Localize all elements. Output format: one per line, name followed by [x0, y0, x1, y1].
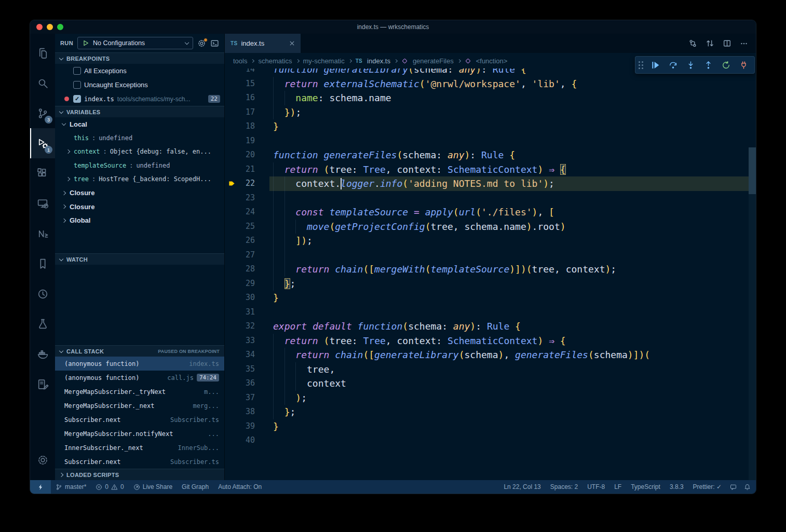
code-text[interactable]: return (tree: Tree, context: SchematicCo…: [269, 162, 749, 177]
close-window-button[interactable]: [36, 24, 43, 30]
close-tab-icon[interactable]: [289, 40, 295, 46]
code-text[interactable]: return externalSchematic('@nrwl/workspac…: [269, 77, 749, 91]
activity-item-docker[interactable]: [30, 339, 55, 369]
code-text[interactable]: const templateSource = apply(url('./file…: [269, 205, 749, 220]
zoom-window-button[interactable]: [57, 24, 63, 30]
code-line[interactable]: 21 return (tree: Tree, context: Schemati…: [225, 162, 749, 177]
gutter-glyph-margin[interactable]: [225, 220, 238, 234]
call-stack-frame[interactable]: MergeMapSubscriber._tryNextm...: [55, 385, 224, 399]
breadcrumb-item-1[interactable]: tools: [233, 57, 247, 65]
code-text[interactable]: });: [269, 105, 749, 120]
breakpoint-item[interactable]: Uncaught Exceptions: [55, 78, 224, 92]
call-stack-section-header[interactable]: CALL STACK PAUSED ON BREAKPOINT: [55, 345, 224, 357]
gutter-glyph-margin[interactable]: [225, 69, 238, 77]
code-text[interactable]: [269, 305, 749, 320]
variable-scope[interactable]: Closure: [55, 186, 224, 200]
code-text[interactable]: move(getProjectConfig(tree, schema.name)…: [269, 220, 749, 234]
code-text[interactable]: [269, 433, 749, 448]
activity-item-bookmarks[interactable]: [30, 249, 55, 279]
call-stack-frame[interactable]: MergeMapSubscriber.notifyNext...: [55, 427, 224, 441]
cursor-position-status[interactable]: Ln 22, Col 13: [499, 480, 545, 494]
code-text[interactable]: ]);: [269, 234, 749, 248]
code-line[interactable]: 28 return chain([mergeWith(templateSourc…: [225, 262, 749, 277]
code-text[interactable]: name: schema.name: [269, 91, 749, 105]
gutter-glyph-margin[interactable]: [225, 277, 238, 291]
step-over-button[interactable]: [664, 57, 682, 73]
gutter-glyph-margin[interactable]: [225, 376, 238, 391]
code-text[interactable]: }: [269, 419, 749, 434]
step-out-button[interactable]: [699, 57, 717, 73]
toolbar-drag-handle[interactable]: [639, 61, 643, 69]
code-line[interactable]: 36 context: [225, 376, 749, 391]
code-line[interactable]: 20function generateFiles(schema: any): R…: [225, 148, 749, 162]
activity-item-nx-console[interactable]: [30, 219, 55, 249]
gutter-glyph-margin[interactable]: [225, 134, 238, 148]
tab-index-ts[interactable]: TS index.ts: [225, 34, 301, 53]
git-graph-status[interactable]: Git Graph: [177, 480, 213, 494]
activity-item-notebook-edit[interactable]: [30, 369, 55, 399]
code-text[interactable]: export default function(schema: any): Ru…: [269, 319, 749, 334]
start-debug-icon[interactable]: [82, 39, 89, 47]
more-actions-icon[interactable]: [740, 39, 748, 48]
checkbox[interactable]: ✓: [73, 95, 81, 103]
code-line[interactable]: 33 return (tree: Tree, context: Schemati…: [225, 334, 749, 348]
call-stack-frame[interactable]: (anonymous function)call.js74:24: [55, 371, 224, 385]
activity-item-explorer[interactable]: [30, 38, 55, 68]
title-bar[interactable]: index.ts — wrkschematics: [30, 20, 756, 34]
variable-scope[interactable]: Local: [55, 117, 224, 131]
code-text[interactable]: return (tree: Tree, context: SchematicCo…: [269, 334, 749, 348]
code-text[interactable]: tree,: [269, 362, 749, 377]
variable-item[interactable]: tree: HostTree {_backend: ScopedH...: [55, 172, 224, 186]
activity-item-test-beaker[interactable]: [30, 309, 55, 339]
code-line[interactable]: 26 ]);: [225, 234, 749, 248]
activity-item-remote-explorer[interactable]: [30, 188, 55, 219]
watch-section-header[interactable]: WATCH: [55, 253, 224, 265]
breakpoint-item[interactable]: All Exceptions: [55, 64, 224, 78]
gutter-glyph-margin[interactable]: [225, 291, 238, 305]
breadcrumb-item-6[interactable]: <function>: [465, 57, 508, 65]
gutter-glyph-margin[interactable]: [225, 362, 238, 377]
variable-item[interactable]: templateSource: undefined: [55, 159, 224, 173]
code-line[interactable]: 27: [225, 248, 749, 263]
call-stack-frame[interactable]: (anonymous function)index.ts: [55, 357, 224, 371]
call-stack-frame[interactable]: InnerSubscriber._nextInnerSub...: [55, 441, 224, 455]
code-line[interactable]: 25 move(getProjectConfig(tree, schema.na…: [225, 220, 749, 234]
gutter-glyph-margin[interactable]: [225, 419, 238, 434]
code-text[interactable]: function generateFiles(schema: any): Rul…: [269, 148, 749, 162]
code-line[interactable]: 19: [225, 134, 749, 148]
gutter-glyph-margin[interactable]: [225, 234, 238, 248]
variable-scope[interactable]: Global: [55, 214, 224, 228]
breakpoints-section-header[interactable]: BREAKPOINTS: [55, 52, 224, 64]
code-line[interactable]: 15 return externalSchematic('@nrwl/works…: [225, 77, 749, 91]
code-text[interactable]: context.logger.info('adding NOTES.md to …: [269, 176, 749, 191]
code-line[interactable]: 18}: [225, 119, 749, 134]
debug-settings-gear-icon[interactable]: [197, 39, 206, 48]
code-text[interactable]: context: [269, 376, 749, 391]
call-stack-frame[interactable]: Subscriber.nextSubscriber.ts: [55, 413, 224, 427]
activity-item-clock[interactable]: [30, 279, 55, 309]
editor-scrollbar[interactable]: [749, 69, 756, 480]
prettier-status[interactable]: Prettier: ✓: [688, 480, 726, 494]
code-line[interactable]: 22 context.logger.info('adding NOTES.md …: [225, 176, 749, 191]
code-line[interactable]: 24 const templateSource = apply(url('./f…: [225, 205, 749, 220]
activity-item-source-control[interactable]: 3: [30, 98, 55, 128]
gutter-glyph-margin[interactable]: [225, 105, 238, 120]
gutter-glyph-margin[interactable]: [225, 433, 238, 448]
gutter-glyph-margin[interactable]: [225, 334, 238, 348]
toggle-order-icon[interactable]: [706, 39, 714, 48]
checkbox[interactable]: [73, 67, 81, 75]
code-editor[interactable]: 14function generateLibrary(schema: any):…: [225, 69, 756, 480]
gutter-glyph-margin[interactable]: [225, 119, 238, 134]
gutter-glyph-margin[interactable]: [225, 319, 238, 334]
call-stack-frame[interactable]: MergeMapSubscriber._nextmerg...: [55, 399, 224, 413]
gutter-glyph-margin[interactable]: [225, 205, 238, 220]
code-line[interactable]: 29 };: [225, 277, 749, 291]
feedback-button[interactable]: [726, 480, 740, 494]
code-text[interactable]: };: [269, 405, 749, 419]
ts-version-status[interactable]: 3.8.3: [665, 480, 688, 494]
code-text[interactable]: }: [269, 119, 749, 134]
scrollbar-thumb[interactable]: [749, 147, 756, 194]
problems-status[interactable]: 0 0: [91, 480, 128, 494]
code-text[interactable]: return chain([generateLibrary(schema), g…: [269, 348, 749, 362]
live-share-status[interactable]: Live Share: [129, 480, 177, 494]
